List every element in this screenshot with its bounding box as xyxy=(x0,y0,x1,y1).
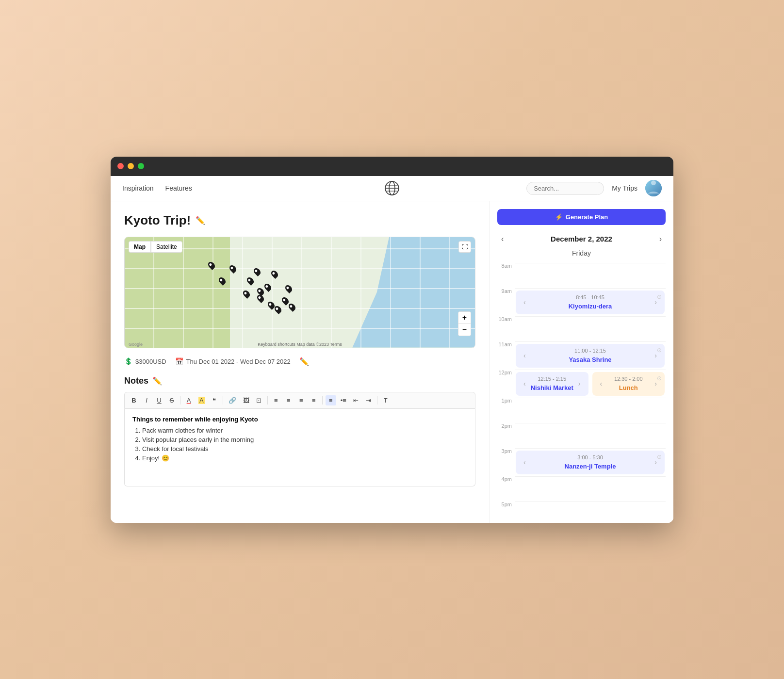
event-close[interactable]: ⊙ xyxy=(657,375,662,382)
event-prev[interactable]: ‹ xyxy=(522,379,528,388)
align-left-button[interactable]: ≡ xyxy=(271,395,281,405)
search-input[interactable] xyxy=(526,182,604,195)
highlight-button[interactable]: A xyxy=(196,395,207,405)
time-label: 2pm xyxy=(497,423,515,429)
quote-button[interactable]: ❝ xyxy=(209,395,220,405)
meta-edit-icon[interactable]: ✏️ xyxy=(299,357,309,366)
time-row-4pm: 4pm xyxy=(497,476,666,501)
event-name: Lunch xyxy=(619,384,638,391)
time-label: 11am xyxy=(497,341,515,347)
event-kiyomizu-content: 8:45 - 10:45 Kiyomizu-dera xyxy=(528,294,653,310)
minimize-button[interactable] xyxy=(128,163,134,169)
event-prev[interactable]: ‹ xyxy=(522,297,528,307)
notes-heading: Things to remember while enjoying Kyoto xyxy=(132,416,467,423)
text-color-button[interactable]: A xyxy=(183,395,194,405)
bold-button[interactable]: B xyxy=(129,395,139,405)
event-nanzenji[interactable]: ‹ 3:00 - 5:30 Nanzen-ji Temple › ⊙ xyxy=(516,451,665,474)
map-zoom-controls: + − xyxy=(458,311,471,336)
event-time: 3:00 - 5:30 xyxy=(528,454,653,460)
notes-title: Notes xyxy=(124,376,148,386)
map-background: Map Satellite ⛶ + − xyxy=(125,237,475,348)
event-time: 11:00 - 12:15 xyxy=(528,348,653,354)
title-edit-icon[interactable]: ✏️ xyxy=(196,216,205,225)
notes-body[interactable]: Things to remember while enjoying Kyoto … xyxy=(124,409,475,486)
map-fullscreen-button[interactable]: ⛶ xyxy=(458,241,471,253)
link-button[interactable]: 🔗 xyxy=(226,395,239,405)
time-row-10am: 10am xyxy=(497,316,666,341)
event-next[interactable]: › xyxy=(576,379,583,388)
time-row-12pm: 12pm ‹ 12:15 - 2:15 Nishiki Market › xyxy=(497,370,666,398)
map-zoom-in[interactable]: + xyxy=(458,312,471,324)
event-lunch[interactable]: ‹ 12:30 - 2:00 Lunch › ⊙ xyxy=(592,372,665,396)
trip-title: Kyoto Trip! xyxy=(124,213,191,228)
event-time: 12:15 - 2:15 xyxy=(528,376,576,382)
time-row-1pm: 1pm xyxy=(497,398,666,423)
generate-plan-button[interactable]: ⚡ Generate Plan xyxy=(497,209,666,225)
budget-value: $3000USD xyxy=(135,358,166,365)
nav-links: Inspiration Features xyxy=(122,184,302,192)
my-trips-link[interactable]: My Trips xyxy=(612,184,637,192)
svg-point-6 xyxy=(651,180,656,185)
trip-meta: 💲 $3000USD 📅 Thu Dec 01 2022 - Wed Dec 0… xyxy=(124,357,475,366)
map-tab-map[interactable]: Map xyxy=(129,241,151,253)
align-right-button[interactable]: ≡ xyxy=(296,395,307,405)
time-slot-4pm xyxy=(515,476,666,501)
event-kiyomizu[interactable]: ‹ 8:45 - 10:45 Kiyomizu-dera › ⊙ xyxy=(516,291,665,314)
list-ordered-button[interactable]: ≡ xyxy=(326,395,336,405)
indent-less-button[interactable]: ⇤ xyxy=(351,395,361,405)
meta-budget: 💲 $3000USD xyxy=(124,357,166,365)
underline-button[interactable]: U xyxy=(154,395,164,405)
event-close[interactable]: ⊙ xyxy=(657,453,662,460)
align-justify-button[interactable]: ≡ xyxy=(309,395,319,405)
event-prev[interactable]: ‹ xyxy=(598,379,604,388)
avatar[interactable] xyxy=(645,180,662,196)
italic-button[interactable]: I xyxy=(141,395,152,405)
event-close[interactable]: ⊙ xyxy=(657,293,662,300)
schedule-container[interactable]: 8am 9am ‹ 8:45 - 10:45 Kiyomizu-dera xyxy=(497,263,666,515)
notes-item: Check for local festivals xyxy=(142,445,467,453)
nav-inspiration[interactable]: Inspiration xyxy=(122,184,154,192)
dates-value: Thu Dec 01 2022 - Wed Dec 07 2022 xyxy=(186,358,291,365)
event-lunch-content: 12:30 - 2:00 Lunch xyxy=(604,376,653,392)
trip-title-row: Kyoto Trip! ✏️ xyxy=(124,213,475,228)
content: Kyoto Trip! ✏️ Map Satellite xyxy=(111,201,673,523)
event-time: 8:45 - 10:45 xyxy=(528,294,653,300)
clear-format-button[interactable]: T xyxy=(380,395,391,405)
logo-icon xyxy=(384,180,400,196)
nav-right: My Trips xyxy=(482,180,662,196)
google-logo: Google xyxy=(129,342,143,347)
time-slot-10am xyxy=(515,316,666,341)
align-center-button[interactable]: ≡ xyxy=(283,395,294,405)
indent-more-button[interactable]: ⇥ xyxy=(363,395,374,405)
image-button[interactable]: 🖼 xyxy=(241,395,252,405)
time-label: 8am xyxy=(497,263,515,269)
event-nishiki-content: 12:15 - 2:15 Nishiki Market xyxy=(528,376,576,392)
map-container: Map Satellite ⛶ + − xyxy=(124,237,475,348)
prev-day-button[interactable]: ‹ xyxy=(497,233,507,245)
next-day-button[interactable]: › xyxy=(655,233,666,245)
event-close[interactable]: ⊙ xyxy=(657,347,662,354)
generate-icon: ⚡ xyxy=(555,213,563,221)
toolbar-separator xyxy=(377,396,377,404)
time-slot-11am: ‹ 11:00 - 12:15 Yasaka Shrine › ⊙ xyxy=(515,341,666,370)
time-row-5pm: 5pm xyxy=(497,501,666,515)
time-label: 10am xyxy=(497,316,515,322)
event-time: 12:30 - 2:00 xyxy=(604,376,653,382)
notes-edit-icon[interactable]: ✏️ xyxy=(152,376,162,386)
calendar-day: Friday xyxy=(497,249,666,257)
embed-button[interactable]: ⊡ xyxy=(254,395,264,405)
strikethrough-button[interactable]: S xyxy=(166,395,177,405)
event-yasaka[interactable]: ‹ 11:00 - 12:15 Yasaka Shrine › ⊙ xyxy=(516,344,665,368)
map-zoom-out[interactable]: − xyxy=(458,324,471,336)
notes-header: Notes ✏️ xyxy=(124,376,475,386)
event-nishiki[interactable]: ‹ 12:15 - 2:15 Nishiki Market › xyxy=(516,372,588,396)
event-prev[interactable]: ‹ xyxy=(522,457,528,467)
notes-item: Enjoy! 😊 xyxy=(142,454,467,462)
close-button[interactable] xyxy=(117,163,124,169)
list-unordered-button[interactable]: •≡ xyxy=(338,395,349,405)
map-tab-satellite[interactable]: Satellite xyxy=(151,241,182,253)
maximize-button[interactable] xyxy=(138,163,144,169)
event-prev[interactable]: ‹ xyxy=(522,351,528,360)
nav-features[interactable]: Features xyxy=(165,184,192,192)
notes-section: Notes ✏️ B I U S A A ❝ 🔗 🖼 ⊡ xyxy=(124,376,475,486)
